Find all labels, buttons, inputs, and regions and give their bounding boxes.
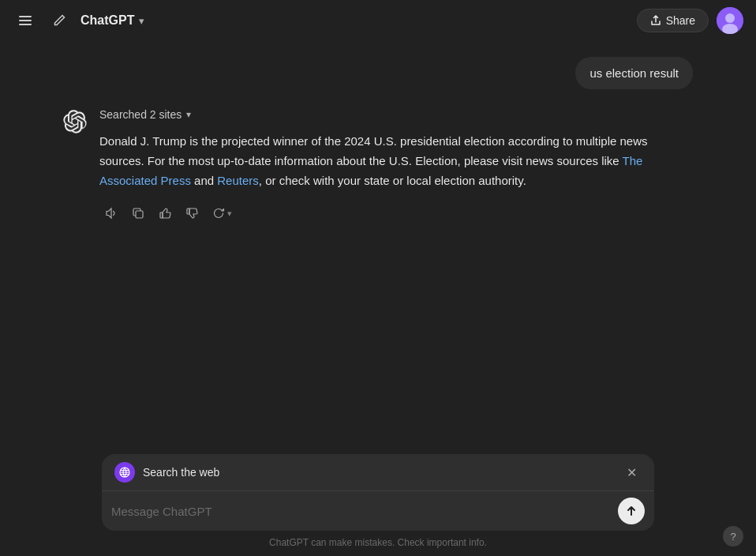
globe-icon	[119, 467, 130, 478]
svg-rect-0	[19, 16, 32, 17]
globe-icon-wrapper	[114, 462, 135, 483]
header-left: ChatGPT ▾	[13, 8, 144, 33]
help-label: ?	[730, 531, 735, 543]
searched-sites-label: Searched 2 sites	[99, 108, 182, 121]
user-message-wrapper: us election result	[0, 57, 756, 89]
search-web-close-button[interactable]: ✕	[622, 464, 642, 482]
app-title[interactable]: ChatGPT ▾	[80, 13, 144, 28]
chatgpt-icon	[63, 110, 87, 133]
response-text-part2: and	[191, 174, 217, 187]
svg-rect-7	[136, 211, 143, 218]
message-input-row	[102, 491, 654, 531]
assistant-message-wrapper: Searched 2 sites ▾ Donald J. Trump is th…	[0, 108, 756, 224]
share-button[interactable]: Share	[637, 9, 709, 32]
copy-button[interactable]	[126, 203, 150, 224]
svg-rect-8	[160, 212, 163, 218]
assistant-response-text: Donald J. Trump is the projected winner …	[99, 132, 693, 190]
response-text-part1: Donald J. Trump is the projected winner …	[99, 134, 648, 167]
svg-rect-1	[19, 20, 32, 21]
edit-button[interactable]	[47, 9, 71, 32]
action-row: ▾	[99, 203, 693, 224]
send-button[interactable]	[618, 498, 645, 524]
thumbs-up-button[interactable]	[153, 203, 177, 224]
share-label: Share	[666, 14, 695, 27]
speaker-button[interactable]	[99, 203, 123, 224]
thumbs-down-button[interactable]	[180, 203, 204, 224]
refresh-chevron: ▾	[227, 208, 232, 219]
svg-point-4	[725, 13, 735, 23]
svg-rect-9	[187, 208, 189, 214]
reuters-link[interactable]: Reuters	[217, 174, 259, 187]
app-title-chevron: ▾	[139, 15, 144, 27]
search-web-bar: Search the web ✕	[102, 454, 654, 491]
help-button[interactable]: ?	[723, 526, 743, 547]
refresh-button[interactable]: ▾	[207, 203, 238, 224]
response-text-part3: , or check with your state or local elec…	[259, 174, 526, 187]
app-title-text: ChatGPT	[80, 13, 134, 28]
sidebar-toggle-button[interactable]	[13, 8, 38, 33]
user-avatar[interactable]	[717, 7, 743, 34]
user-message-bubble: us election result	[575, 57, 693, 89]
chat-area: us election result Searched 2 sites ▾ Do…	[0, 41, 756, 252]
input-container: Search the web ✕	[102, 454, 654, 531]
svg-rect-2	[19, 24, 32, 25]
app-header: ChatGPT ▾ Share	[0, 0, 756, 41]
search-web-label: Search the web	[143, 466, 614, 479]
assistant-content: Searched 2 sites ▾ Donald J. Trump is th…	[99, 108, 693, 224]
footer-note: ChatGPT can make mistakes. Check importa…	[269, 531, 487, 556]
svg-point-6	[63, 110, 87, 133]
searched-sites-chevron: ▾	[186, 109, 191, 120]
user-message-text: us election result	[589, 66, 679, 80]
header-right: Share	[637, 7, 743, 34]
bottom-area: Search the web ✕ ChatGPT can make mistak…	[0, 454, 756, 556]
searched-sites-row[interactable]: Searched 2 sites ▾	[99, 108, 693, 121]
message-input[interactable]	[111, 505, 612, 518]
close-icon: ✕	[627, 465, 637, 480]
